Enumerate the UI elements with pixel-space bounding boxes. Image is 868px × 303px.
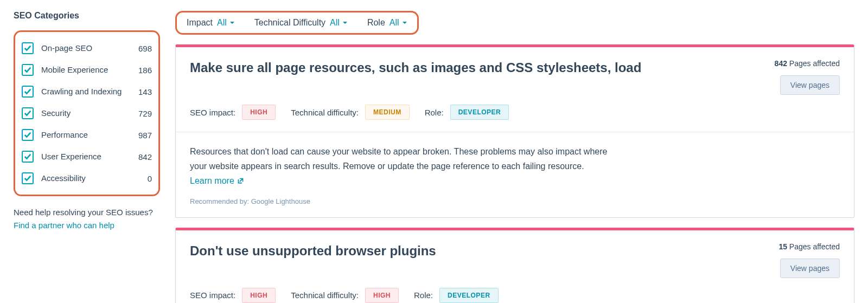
external-link-icon — [237, 177, 244, 184]
filter-label: Role — [367, 18, 385, 28]
chevron-down-icon — [402, 20, 407, 25]
seo-impact-group: SEO impact: HIGH — [190, 105, 276, 120]
category-label: On-page SEO — [41, 43, 135, 54]
category-label: Crawling and Indexing — [41, 86, 135, 97]
card-description: Resources that don't load can cause your… — [190, 144, 613, 189]
categories-highlight-box: On-page SEO 698 Mobile Experience 186 Cr… — [14, 30, 160, 196]
category-user-experience[interactable]: User Experience 842 — [22, 146, 152, 167]
help-text: Need help resolving your SEO issues? Fin… — [14, 206, 160, 232]
card-body: Resources that don't load can cause your… — [176, 132, 854, 217]
find-partner-link[interactable]: Find a partner who can help — [14, 221, 114, 230]
recommended-by: Recommended by: Google Lighthouse — [190, 197, 840, 205]
pages-affected-label: 842 Pages affected — [775, 59, 840, 68]
category-on-page-seo[interactable]: On-page SEO 698 — [22, 37, 152, 59]
main-content: Impact All Technical Difficulty All Role… — [175, 11, 854, 303]
seo-recommendation-card: Don't use unsupported browser plugins 15… — [175, 228, 854, 303]
difficulty-group: Technical difficulty: HIGH — [291, 288, 399, 303]
category-count: 729 — [138, 109, 152, 118]
category-count: 987 — [138, 131, 152, 140]
role-badge: DEVELOPER — [439, 288, 499, 303]
difficulty-group: Technical difficulty: MEDIUM — [291, 105, 409, 120]
category-count: 842 — [138, 152, 152, 162]
category-performance[interactable]: Performance 987 — [22, 124, 152, 146]
sidebar: SEO Categories On-page SEO 698 Mobile Ex… — [14, 11, 160, 303]
card-meta: 15 Pages affected View pages — [778, 242, 840, 278]
category-security[interactable]: Security 729 — [22, 102, 152, 124]
tag-row: SEO impact: HIGH Technical difficulty: M… — [176, 95, 854, 132]
card-title: Make sure all page resources, such as im… — [190, 59, 764, 76]
seo-impact-group: SEO impact: HIGH — [190, 288, 276, 303]
impact-badge: HIGH — [242, 288, 276, 303]
category-crawling-indexing[interactable]: Crawling and Indexing 143 — [22, 81, 152, 102]
help-prefix: Need help resolving your SEO issues? — [14, 208, 153, 217]
tag-label: Technical difficulty: — [291, 291, 359, 300]
tag-label: SEO impact: — [190, 108, 235, 117]
category-count: 186 — [138, 66, 152, 75]
checkbox-icon[interactable] — [22, 107, 34, 119]
category-accessibility[interactable]: Accessibility 0 — [22, 167, 152, 189]
filter-label: Impact — [187, 18, 213, 28]
impact-badge: HIGH — [242, 105, 276, 120]
learn-more-link[interactable]: Learn more — [190, 173, 244, 188]
tag-row: SEO impact: HIGH Technical difficulty: H… — [176, 278, 854, 303]
tag-label: SEO impact: — [190, 291, 235, 300]
checkbox-icon[interactable] — [22, 172, 34, 184]
tag-label: Role: — [414, 291, 433, 300]
difficulty-badge: HIGH — [365, 288, 399, 303]
filter-bar-highlight-box: Impact All Technical Difficulty All Role… — [175, 11, 419, 35]
filter-impact[interactable]: Impact All — [187, 18, 235, 28]
chevron-down-icon — [342, 20, 348, 25]
role-badge: DEVELOPER — [450, 105, 509, 120]
sidebar-title: SEO Categories — [14, 11, 160, 21]
card-title: Don't use unsupported browser plugins — [190, 242, 768, 259]
checkbox-icon[interactable] — [22, 129, 34, 141]
category-label: Performance — [41, 130, 135, 140]
role-group: Role: DEVELOPER — [425, 105, 509, 120]
view-pages-button[interactable]: View pages — [780, 259, 840, 278]
tag-label: Role: — [425, 108, 444, 117]
category-label: User Experience — [41, 151, 135, 162]
category-label: Accessibility — [41, 173, 144, 184]
role-group: Role: DEVELOPER — [414, 288, 499, 303]
filter-value: All — [390, 18, 407, 28]
tag-label: Technical difficulty: — [291, 108, 359, 117]
filter-technical-difficulty[interactable]: Technical Difficulty All — [254, 18, 348, 28]
category-mobile-experience[interactable]: Mobile Experience 186 — [22, 59, 152, 81]
seo-recommendation-card: Make sure all page resources, such as im… — [175, 44, 854, 218]
filter-value: All — [330, 18, 348, 28]
view-pages-button[interactable]: View pages — [780, 75, 840, 95]
category-label: Security — [41, 108, 135, 119]
checkbox-icon[interactable] — [22, 151, 34, 163]
checkbox-icon[interactable] — [22, 42, 34, 54]
pages-affected-label: 15 Pages affected — [778, 242, 840, 251]
difficulty-badge: MEDIUM — [365, 105, 410, 120]
filter-value: All — [217, 18, 235, 28]
card-meta: 842 Pages affected View pages — [775, 59, 840, 95]
category-count: 0 — [148, 174, 152, 183]
checkbox-icon[interactable] — [22, 86, 34, 98]
category-label: Mobile Experience — [41, 65, 135, 75]
filter-label: Technical Difficulty — [254, 18, 326, 28]
filter-role[interactable]: Role All — [367, 18, 407, 28]
category-count: 698 — [138, 44, 152, 53]
chevron-down-icon — [229, 20, 235, 25]
checkbox-icon[interactable] — [22, 64, 34, 76]
category-count: 143 — [138, 87, 152, 96]
